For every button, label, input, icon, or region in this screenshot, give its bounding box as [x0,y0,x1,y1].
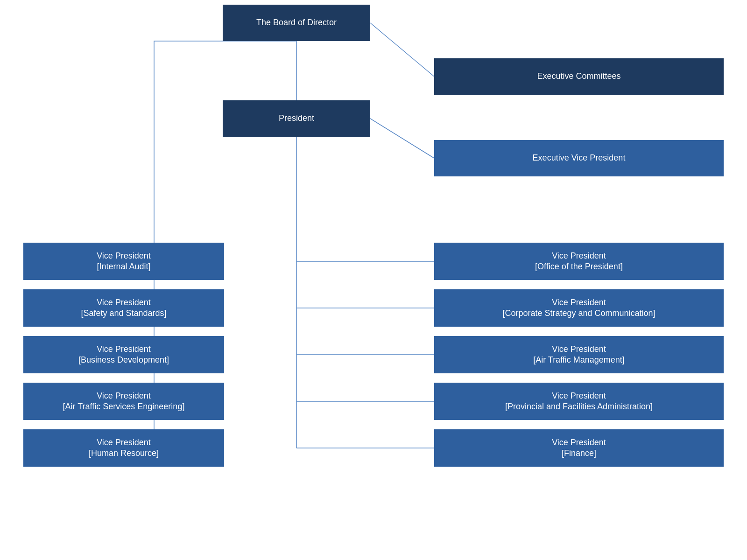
vp-atse-box: Vice President[Air Traffic Services Engi… [23,383,224,420]
president-label: President [279,113,314,124]
vp-safety-box: Vice President[Safety and Standards] [23,289,224,327]
org-chart: The Board of Director Executive Committe… [0,0,747,560]
vp-finance-label: Vice President[Finance] [552,437,606,459]
exec-vp-box: Executive Vice President [434,140,724,176]
vp-biz-dev-label: Vice President[Business Development] [78,344,169,366]
president-box: President [223,100,370,137]
vp-biz-dev-box: Vice President[Business Development] [23,336,224,373]
vp-hr-label: Vice President[Human Resource] [89,437,159,459]
svg-line-7 [370,119,434,158]
vp-pfa-label: Vice President[Provincial and Facilities… [505,391,653,413]
exec-vp-label: Executive Vice President [533,153,626,163]
vp-hr-box: Vice President[Human Resource] [23,429,224,467]
vp-atm-label: Vice President[Air Traffic Management] [533,344,625,366]
board-of-director-box: The Board of Director [223,5,370,41]
svg-line-0 [370,23,434,77]
executive-committees-box: Executive Committees [434,58,724,95]
vp-pfa-box: Vice President[Provincial and Facilities… [434,383,724,420]
vp-safety-label: Vice President[Safety and Standards] [81,297,166,319]
vp-corp-strategy-box: Vice President[Corporate Strategy and Co… [434,289,724,327]
vp-finance-box: Vice President[Finance] [434,429,724,467]
vp-atse-label: Vice President[Air Traffic Services Engi… [63,391,185,413]
vp-office-president-label: Vice President[Office of the President] [535,251,623,273]
vp-atm-box: Vice President[Air Traffic Management] [434,336,724,373]
vp-internal-audit-box: Vice President[Internal Audit] [23,243,224,280]
vp-corp-strategy-label: Vice President[Corporate Strategy and Co… [502,297,655,319]
board-of-director-label: The Board of Director [256,17,337,28]
vp-internal-audit-label: Vice President[Internal Audit] [97,251,151,273]
vp-office-president-box: Vice President[Office of the President] [434,243,724,280]
executive-committees-label: Executive Committees [537,71,620,82]
